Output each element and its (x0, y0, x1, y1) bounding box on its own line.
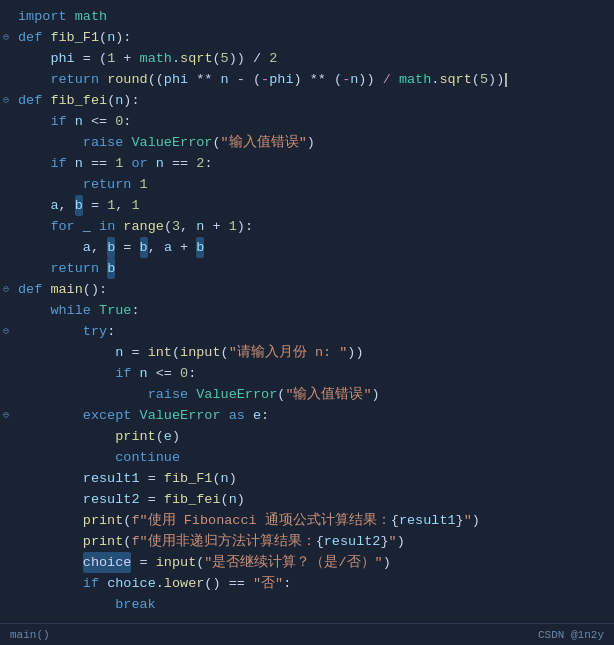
bottom-right-label: CSDN @1n2y (538, 629, 604, 641)
text-cursor (505, 73, 507, 87)
code-line-16: ⊖ try: (0, 321, 614, 342)
bottom-left-label: main() (10, 629, 50, 641)
code-line-5: ⊖ def fib_fei(n): (0, 90, 614, 111)
code-line-23: result1 = fib_F1(n) (0, 468, 614, 489)
code-line-17: n = int(input("请输入月份 n: ")) (0, 342, 614, 363)
code-line-7: raise ValueError("输入值错误") (0, 132, 614, 153)
code-line-11: for _ in range(3, n + 1): (0, 216, 614, 237)
fold-icon-2[interactable]: ⊖ (3, 27, 9, 48)
status-bar: main() CSDN @1n2y (0, 623, 614, 645)
code-line-21: print(e) (0, 426, 614, 447)
code-line-19: raise ValueError("输入值错误") (0, 384, 614, 405)
code-line-15: while True: (0, 300, 614, 321)
code-line-22: continue (0, 447, 614, 468)
code-line-20: ⊖ except ValueError as e: (0, 405, 614, 426)
fold-icon-20[interactable]: ⊖ (3, 405, 9, 426)
fold-icon-5[interactable]: ⊖ (3, 90, 9, 111)
code-line-2: ⊖ def fib_F1(n): (0, 27, 614, 48)
code-line-27: choice = input("是否继续计算？（是/否）") (0, 552, 614, 573)
code-line-28: if choice.lower() == "否": (0, 573, 614, 594)
fold-icon-16[interactable]: ⊖ (3, 321, 9, 342)
code-line-13: return b (0, 258, 614, 279)
code-line-24: result2 = fib_fei(n) (0, 489, 614, 510)
code-editor[interactable]: import math ⊖ def fib_F1(n): phi = (1 + … (0, 0, 614, 645)
code-line-14: ⊖ def main(): (0, 279, 614, 300)
code-line-26: print(f"使用非递归方法计算结果：{result2}") (0, 531, 614, 552)
code-line-18: if n <= 0: (0, 363, 614, 384)
code-line-12: a, b = b, a + b (0, 237, 614, 258)
code-line-1: import math (0, 6, 614, 27)
code-line-9: return 1 (0, 174, 614, 195)
fold-icon-14[interactable]: ⊖ (3, 279, 9, 300)
code-line-6: if n <= 0: (0, 111, 614, 132)
code-line-3: phi = (1 + math.sqrt(5)) / 2 (0, 48, 614, 69)
code-line-10: a, b = 1, 1 (0, 195, 614, 216)
code-line-8: if n == 1 or n == 2: (0, 153, 614, 174)
code-line-25: print(f"使用 Fibonacci 通项公式计算结果：{result1}"… (0, 510, 614, 531)
code-line-29: break (0, 594, 614, 615)
code-line-4: return round((phi ** n - (-phi) ** (-n))… (0, 69, 614, 90)
